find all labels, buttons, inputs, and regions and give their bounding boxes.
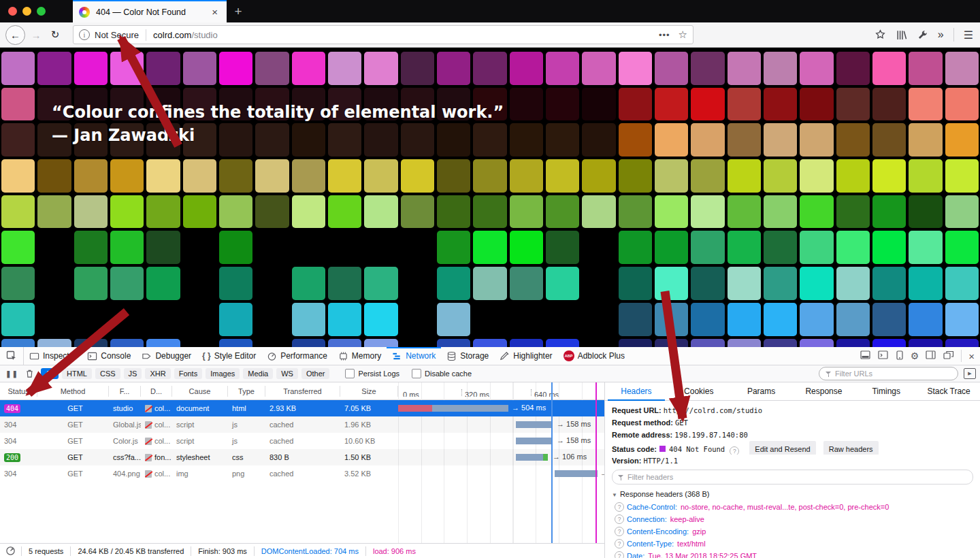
tab-inspector[interactable]: Inspector (24, 347, 82, 365)
color-swatch[interactable] (401, 267, 434, 300)
close-devtools-icon[interactable]: × (968, 350, 975, 362)
details-tab-response[interactable]: Response (792, 382, 855, 400)
color-swatch[interactable] (872, 339, 906, 348)
color-swatch[interactable] (255, 52, 289, 85)
color-swatch[interactable] (37, 195, 71, 229)
color-swatch[interactable] (1, 231, 35, 264)
sidebar-toggle-icon[interactable] (926, 350, 936, 361)
tab-performance[interactable]: Performance (261, 347, 333, 365)
settings-gear-icon[interactable]: ⚙ (911, 350, 919, 361)
color-swatch[interactable] (800, 88, 833, 121)
color-swatch[interactable] (364, 195, 397, 229)
filter-headers-input[interactable]: Filter headers (612, 470, 973, 485)
color-swatch[interactable] (74, 52, 108, 85)
edit-and-resend-button[interactable]: Edit and Resend (749, 441, 815, 455)
color-swatch[interactable] (292, 267, 325, 300)
color-swatch[interactable] (1, 303, 35, 336)
color-swatch[interactable] (728, 88, 761, 121)
tab-storage[interactable]: Storage (441, 347, 494, 365)
column-size[interactable]: Size (340, 386, 398, 397)
tab-highlighter[interactable]: Highlighter (494, 347, 557, 365)
color-swatch[interactable] (764, 159, 797, 193)
details-tab-params[interactable]: Params (730, 382, 793, 400)
color-swatch[interactable] (255, 267, 289, 300)
color-swatch[interactable] (1, 52, 35, 85)
color-swatch[interactable] (37, 159, 71, 193)
color-swatch[interactable] (219, 159, 252, 193)
performance-analysis-icon[interactable] (0, 546, 22, 556)
minimize-window-button[interactable] (22, 7, 31, 16)
color-swatch[interactable] (437, 303, 470, 336)
column-domain[interactable]: D... (141, 386, 172, 397)
color-swatch[interactable] (183, 52, 216, 85)
color-swatch[interactable] (292, 52, 325, 85)
color-swatch[interactable] (401, 339, 434, 348)
color-swatch[interactable] (945, 303, 979, 336)
response-header-row[interactable]: ?Cache-Control:no-store, no-cache, must-… (612, 501, 973, 513)
save-to-library-icon[interactable] (875, 29, 886, 41)
color-swatch[interactable] (74, 195, 108, 229)
header-help-icon[interactable]: ? (615, 502, 624, 512)
color-swatch[interactable] (655, 88, 688, 121)
color-swatch[interactable] (473, 339, 506, 348)
color-swatch[interactable] (183, 159, 216, 193)
color-swatch[interactable] (401, 231, 434, 264)
color-swatch[interactable] (255, 303, 289, 336)
color-swatch[interactable] (546, 52, 579, 85)
color-swatch[interactable] (619, 88, 652, 121)
color-swatch[interactable] (655, 195, 688, 229)
color-swatch[interactable] (800, 303, 833, 336)
color-swatch[interactable] (183, 339, 216, 348)
response-header-row[interactable]: ?Connection:keep-alive (612, 513, 973, 525)
color-swatch[interactable] (255, 159, 289, 193)
color-swatch[interactable] (110, 267, 144, 300)
color-swatch[interactable] (292, 231, 325, 264)
color-swatch[interactable] (546, 231, 579, 264)
color-swatch[interactable] (800, 267, 833, 300)
color-swatch[interactable] (945, 267, 979, 300)
tab-adblock-plus[interactable]: ABPAdblock Plus (558, 347, 630, 365)
color-swatch[interactable] (401, 195, 434, 229)
separate-window-icon[interactable] (943, 350, 954, 361)
persist-logs-checkbox[interactable]: Persist Logs (345, 369, 399, 378)
color-swatch[interactable] (74, 303, 108, 336)
pause-traffic-icon[interactable]: ❚❚ (5, 370, 18, 378)
color-swatch[interactable] (328, 52, 361, 85)
color-swatch[interactable] (183, 267, 216, 300)
overflow-menu-icon[interactable]: » (938, 29, 944, 41)
color-swatch[interactable] (437, 267, 470, 300)
color-swatch[interactable] (582, 303, 615, 336)
color-swatch[interactable] (582, 52, 615, 85)
table-row[interactable]: 404GETstudiocol...documenthtml2.93 KB7.0… (0, 400, 604, 416)
developer-wrench-icon[interactable] (917, 29, 928, 41)
response-header-row[interactable]: ?Content-Encoding:gzip (612, 525, 973, 538)
color-swatch[interactable] (691, 339, 724, 348)
color-swatch[interactable] (364, 52, 397, 85)
color-swatch[interactable] (146, 159, 180, 193)
color-swatch[interactable] (836, 88, 870, 121)
color-swatch[interactable] (1, 267, 35, 300)
color-swatch[interactable] (800, 195, 833, 229)
color-swatch[interactable] (800, 159, 833, 193)
color-swatch[interactable] (510, 303, 543, 336)
color-swatch[interactable] (691, 267, 724, 300)
color-swatch[interactable] (655, 159, 688, 193)
color-swatch[interactable] (582, 195, 615, 229)
color-swatch[interactable] (37, 267, 71, 300)
color-swatch[interactable] (582, 267, 615, 300)
split-console-icon[interactable] (878, 350, 889, 361)
filter-pill-ws[interactable]: WS (276, 368, 298, 379)
color-swatch[interactable] (110, 52, 144, 85)
color-swatch[interactable] (510, 159, 543, 193)
color-swatch[interactable] (1, 339, 35, 348)
color-swatch[interactable] (437, 195, 470, 229)
header-help-icon[interactable]: ? (615, 514, 624, 524)
column-cause[interactable]: Cause (172, 386, 228, 397)
color-swatch[interactable] (255, 195, 289, 229)
color-swatch[interactable] (183, 195, 216, 229)
tab-close-icon[interactable]: × (209, 5, 220, 18)
color-swatch[interactable] (546, 195, 579, 229)
column-waterfall[interactable]: 0 ms320 ms640 ms (398, 386, 604, 397)
color-swatch[interactable] (655, 123, 688, 157)
color-swatch[interactable] (655, 231, 688, 264)
